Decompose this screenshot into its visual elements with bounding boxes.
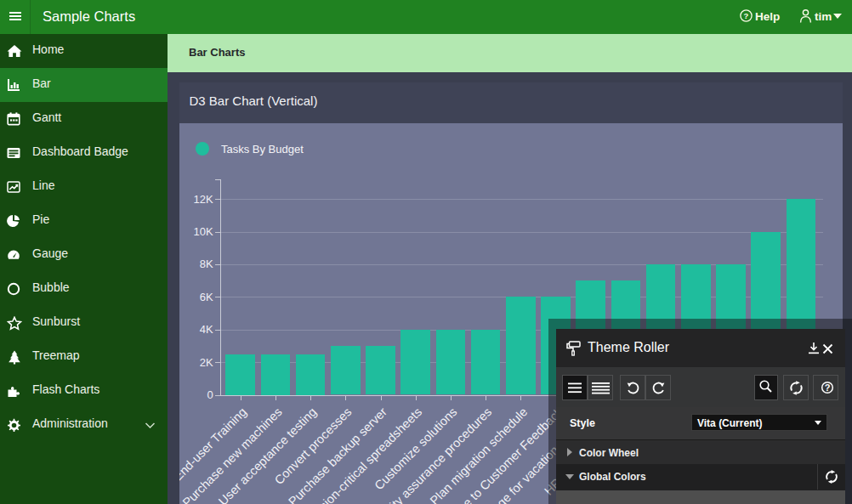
svg-text:?: ? [824, 382, 830, 393]
svg-text:?: ? [744, 11, 749, 20]
